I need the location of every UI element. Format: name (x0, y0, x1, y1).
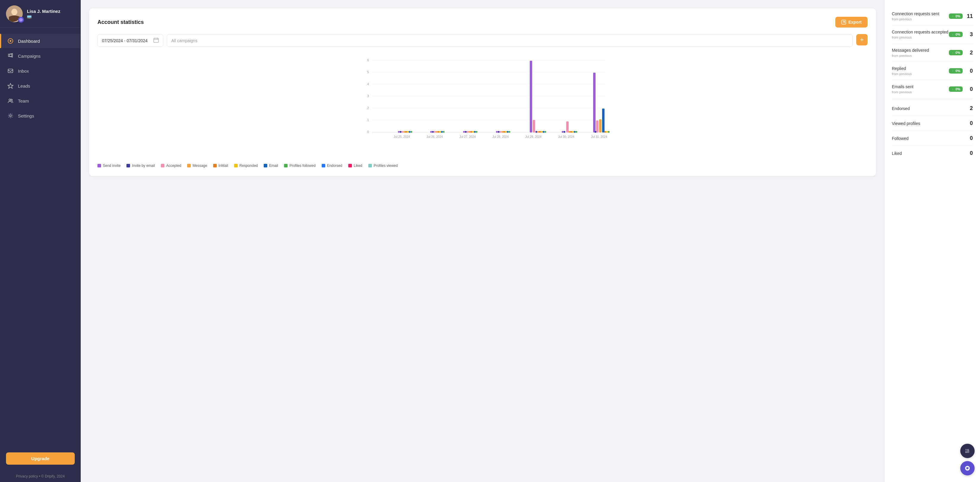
stat-sub: from previous (892, 90, 913, 94)
svg-point-53 (463, 131, 465, 133)
add-filter-button[interactable]: + (856, 34, 868, 45)
sidebar-item-campaigns[interactable]: Campaigns (0, 49, 81, 63)
badge-icon: ↑ (951, 33, 954, 36)
legend-accepted: Accepted (161, 164, 181, 168)
legend-dot (284, 164, 288, 167)
chart-card: Account statistics Export 07/25/2024 - 0… (89, 8, 876, 176)
sidebar-item-leads[interactable]: Leads (0, 79, 81, 93)
svg-point-65 (503, 131, 505, 133)
stat-badge: ↑ 0% (949, 68, 963, 73)
stat-label-wrap: Connection requests sent from previous (892, 11, 939, 21)
svg-point-60 (476, 131, 477, 133)
svg-point-7 (10, 40, 11, 42)
svg-marker-9 (8, 83, 13, 89)
chat-float-button[interactable] (960, 461, 975, 476)
stat-row-emails-sent: Emails sent from previous ↑ 0% 0 (892, 80, 973, 99)
svg-rect-69 (530, 61, 532, 132)
date-range-filter[interactable]: 07/25/2024 - 07/31/2024 (97, 34, 163, 47)
legend-email: Email (264, 164, 278, 168)
legend-label: Liked (354, 164, 362, 168)
stat-row-messages-delivered: Messages delivered from previous ↑ 0% 2 (892, 44, 973, 62)
svg-text:↑: ↑ (952, 88, 953, 90)
svg-point-55 (467, 131, 468, 133)
svg-point-89 (595, 131, 597, 133)
sidebar-item-settings[interactable]: Settings (0, 108, 81, 123)
svg-point-62 (498, 131, 500, 133)
svg-point-72 (537, 131, 539, 133)
badge-icon: ↑ (951, 69, 954, 72)
badge-icon: ↑ (951, 87, 954, 91)
shield-badge (18, 17, 24, 23)
stats-divider (892, 100, 973, 100)
avatar-wrap (6, 5, 23, 22)
stat-label: Connection requests accepted (892, 30, 948, 34)
stat-right: ↑ 0% 0 (949, 68, 973, 74)
svg-point-84 (576, 131, 577, 133)
stat-row-followed: Followed 0 (892, 131, 973, 146)
svg-rect-85 (593, 73, 595, 132)
stat-row-endorsed: Endorsed 2 (892, 101, 973, 116)
svg-rect-86 (596, 121, 598, 132)
svg-rect-4 (27, 16, 32, 17)
legend-dot (322, 164, 325, 167)
svg-point-41 (405, 131, 407, 133)
sidebar-item-dashboard[interactable]: Dashboard (0, 34, 81, 48)
profile-sub (27, 15, 60, 19)
profile-info: Lisa J. Martinez (27, 9, 60, 19)
legend-profiles-viewed: Profiles viewed (368, 164, 398, 168)
svg-text:↑: ↑ (952, 52, 953, 54)
svg-text:語: 語 (965, 449, 969, 453)
svg-point-46 (432, 131, 434, 133)
legend-label: Endorsed (327, 164, 342, 168)
sidebar-item-inbox[interactable]: Inbox (0, 64, 81, 78)
svg-rect-5 (28, 18, 30, 19)
svg-point-68 (509, 131, 510, 133)
svg-point-58 (472, 131, 474, 133)
svg-text:↑: ↑ (952, 15, 953, 17)
stat-simple-label: Followed (892, 136, 908, 141)
legend-liked: Liked (348, 164, 362, 168)
stat-row-connection-sent: Connection requests sent from previous ↑… (892, 7, 973, 25)
stat-simple-value: 0 (970, 150, 973, 156)
stat-sub: from previous (892, 17, 939, 21)
badge-icon: ↑ (951, 15, 954, 17)
svg-text:1: 1 (367, 118, 369, 122)
export-icon (841, 20, 846, 24)
legend-label: Send invite (103, 164, 121, 168)
team-icon (7, 97, 14, 104)
translate-float-button[interactable]: 語 (960, 444, 975, 458)
plus-icon: + (860, 36, 864, 44)
sidebar-item-label: Inbox (18, 68, 29, 73)
stat-simple-label: Viewed profiles (892, 121, 920, 126)
svg-point-1 (11, 9, 18, 15)
sidebar-item-label: Dashboard (18, 38, 40, 44)
legend-dot (97, 164, 101, 167)
campaign-filter[interactable]: All campaigns (167, 34, 853, 47)
svg-point-12 (10, 115, 11, 117)
legend-label: Invite by email (132, 164, 155, 168)
stat-sub: from previous (892, 36, 948, 39)
svg-point-82 (572, 131, 574, 133)
svg-point-56 (468, 131, 470, 133)
svg-point-43 (409, 131, 410, 133)
stat-badge: ↑ 0% (949, 32, 963, 37)
stat-label: Messages delivered (892, 48, 929, 52)
svg-text:3: 3 (367, 94, 369, 98)
svg-text:Jul 30, 2024: Jul 30, 2024 (558, 135, 574, 138)
stat-label: Emails sent (892, 84, 913, 89)
stat-label: Connection requests sent (892, 11, 939, 16)
stat-value: 2 (966, 49, 973, 56)
export-button[interactable]: Export (835, 17, 868, 27)
svg-point-47 (434, 131, 436, 133)
svg-point-52 (443, 131, 445, 133)
badge-icon: ↑ (951, 51, 954, 54)
chart-legend: Send invite Invite by email Accepted Mes… (97, 160, 868, 168)
svg-rect-14 (154, 38, 158, 43)
stat-label-wrap: Connection requests accepted from previo… (892, 30, 948, 39)
legend-label: Profiles viewed (374, 164, 398, 168)
svg-point-66 (505, 131, 507, 133)
svg-point-81 (570, 131, 572, 133)
upgrade-button[interactable]: Upgrade (6, 452, 75, 465)
chart-wrap: 0 1 2 3 4 5 6 Jul 25, 2024 Jul 26, 2024 … (97, 54, 868, 156)
sidebar-item-team[interactable]: Team (0, 94, 81, 108)
